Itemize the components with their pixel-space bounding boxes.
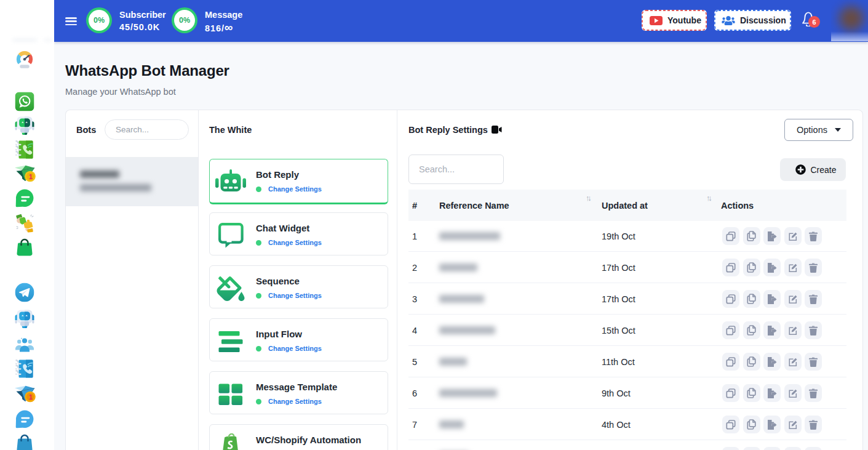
svg-text:1: 1 — [29, 173, 33, 180]
svg-text:1: 1 — [29, 393, 33, 401]
